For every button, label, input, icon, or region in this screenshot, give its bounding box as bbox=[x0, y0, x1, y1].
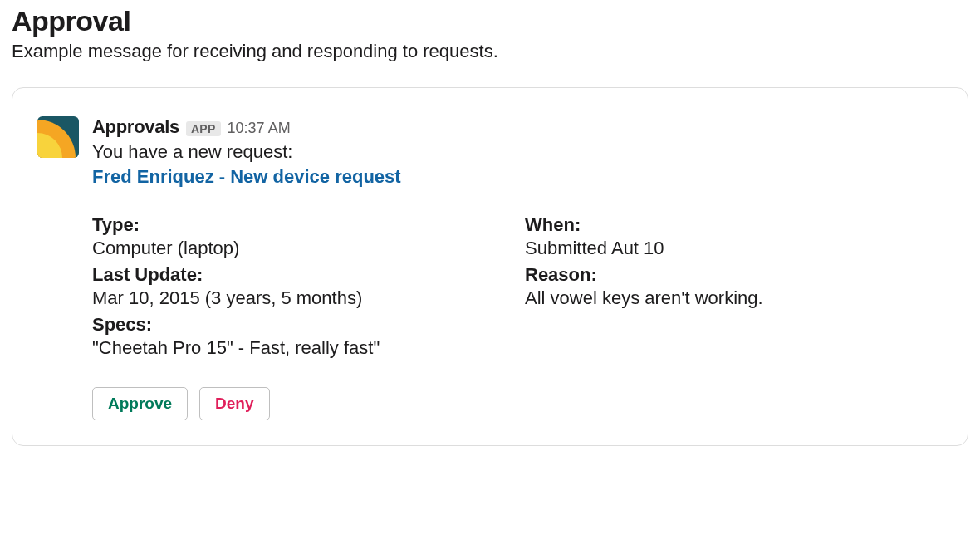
field-when-value: Submitted Aut 10 bbox=[525, 238, 943, 259]
avatar bbox=[37, 116, 79, 158]
timestamp: 10:37 AM bbox=[228, 120, 291, 137]
intro-text: You have a new request: bbox=[92, 141, 943, 163]
field-reason-value: All vowel keys aren't working. bbox=[525, 287, 943, 309]
approvals-app-icon bbox=[37, 116, 79, 158]
field-last-update-label: Last Update: bbox=[92, 264, 510, 286]
deny-button[interactable]: Deny bbox=[199, 387, 269, 420]
actions-row: Approve Deny bbox=[92, 387, 943, 420]
page-title: Approval bbox=[12, 5, 968, 37]
field-last-update-value: Mar 10, 2015 (3 years, 5 months) bbox=[92, 287, 510, 309]
app-name: Approvals bbox=[92, 116, 179, 138]
message-header: Approvals APP 10:37 AM bbox=[92, 116, 943, 138]
field-when-label: When: bbox=[525, 214, 943, 236]
app-badge: APP bbox=[186, 121, 221, 136]
message-card: Approvals APP 10:37 AM You have a new re… bbox=[12, 87, 968, 446]
field-type-value: Computer (laptop) bbox=[92, 238, 510, 259]
page-subtitle: Example message for receiving and respon… bbox=[12, 41, 968, 62]
fields-grid: Type: Computer (laptop) Last Update: Mar… bbox=[92, 209, 943, 359]
approve-button[interactable]: Approve bbox=[92, 387, 188, 420]
field-specs-label: Specs: bbox=[92, 314, 510, 336]
field-type-label: Type: bbox=[92, 214, 510, 236]
request-link[interactable]: Fred Enriquez - New device request bbox=[92, 166, 401, 188]
field-specs-value: "Cheetah Pro 15" - Fast, really fast" bbox=[92, 337, 510, 359]
field-reason-label: Reason: bbox=[525, 264, 943, 286]
